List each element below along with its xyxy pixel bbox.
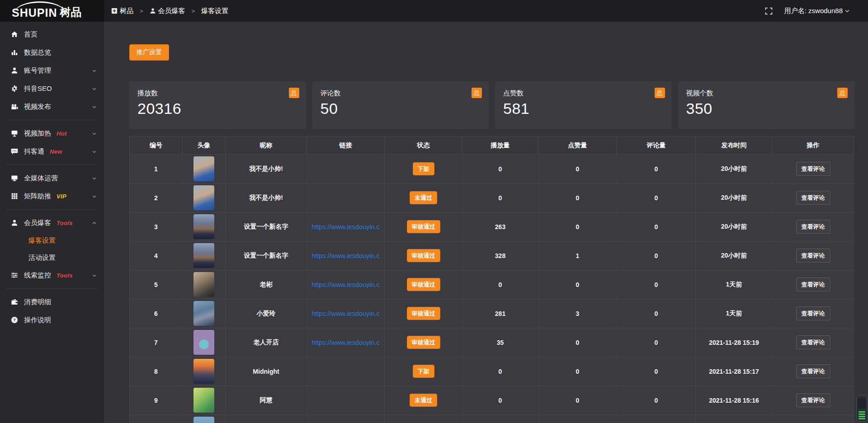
sidebar-item-label: 首页 bbox=[24, 30, 38, 39]
cell-nickname: 老人开店 bbox=[226, 328, 307, 357]
video-link[interactable]: https://www.iesdouyin.c bbox=[311, 252, 380, 259]
breadcrumb-item-member[interactable]: 会员爆客 bbox=[150, 7, 185, 15]
battery-bars-icon bbox=[858, 410, 866, 419]
cell-id: 4 bbox=[130, 241, 183, 270]
video-link[interactable]: https://www.iesdouyin.c bbox=[311, 310, 380, 317]
table-row: 6 小爱玲 https://www.iesdouyin.c 审核通过 281 3… bbox=[130, 299, 854, 328]
video-link[interactable]: https://www.iesdouyin.c bbox=[311, 281, 380, 288]
user-icon bbox=[150, 8, 156, 14]
cell-likes: 0 bbox=[538, 212, 617, 241]
stat-cards: 播放数 20316 总 评论数 50 总 点赞数 581 总 视频个数 350 … bbox=[129, 81, 854, 129]
sidebar-item-account-management[interactable]: 账号管理 bbox=[0, 61, 104, 80]
sidebar-item-label: 视频加热 bbox=[24, 129, 51, 138]
video-link[interactable]: https://www.iesdouyin.c bbox=[311, 223, 380, 230]
cell-nickname: 我不是小帅! bbox=[226, 183, 307, 212]
sidebar-divider bbox=[6, 164, 98, 165]
status-badge: 下架 bbox=[413, 365, 434, 378]
view-comments-button[interactable]: 查看评论 bbox=[796, 162, 830, 176]
table-header-row: 编号 头像 昵称 链接 状态 播放量 点赞量 评论量 发布时间 操作 bbox=[130, 137, 854, 155]
sidebar-item-label: 抖音SEO bbox=[24, 85, 52, 93]
cell-comments: 0 bbox=[617, 241, 696, 270]
chevron-down-icon bbox=[92, 149, 97, 154]
col-header-status: 状态 bbox=[385, 137, 462, 155]
cell-id: 6 bbox=[130, 299, 183, 328]
topbar-right: 用户名: zswodun88 bbox=[765, 7, 868, 15]
chevron-down-icon bbox=[92, 273, 97, 278]
sidebar-item-clue-monitor[interactable]: 线索监控 Tools bbox=[0, 266, 104, 284]
cell-plays: 0 bbox=[462, 270, 538, 299]
cell-time: 20小时前 bbox=[696, 212, 773, 241]
avatar-image bbox=[193, 301, 214, 326]
sidebar-item-video-publish[interactable]: 视频发布 bbox=[0, 98, 104, 116]
stat-card-plays: 播放数 20316 总 bbox=[129, 81, 306, 129]
col-header-likes: 点赞量 bbox=[538, 137, 617, 155]
status-badge: 未通过 bbox=[410, 191, 437, 204]
hot-badge: Hot bbox=[57, 130, 67, 137]
breadcrumb-item-home[interactable]: 树品 bbox=[111, 7, 133, 15]
sidebar-item-home[interactable]: 首页 bbox=[0, 25, 104, 43]
cell-plays: 281 bbox=[462, 299, 538, 328]
cell-time: 20小时前 bbox=[696, 183, 773, 212]
sidebar-subitem-activity-settings[interactable]: 活动设置 bbox=[0, 249, 104, 266]
cell-link bbox=[307, 386, 385, 415]
sidebar-item-matrix-boost[interactable]: 矩阵助推 VIP bbox=[0, 187, 104, 205]
sidebar-divider bbox=[6, 209, 98, 210]
view-comments-button[interactable]: 查看评论 bbox=[796, 306, 830, 320]
col-header-avatar: 头像 bbox=[183, 137, 226, 155]
view-comments-button[interactable]: 查看评论 bbox=[796, 249, 830, 263]
cell-link bbox=[307, 357, 385, 386]
stat-card-videos: 视频个数 350 总 bbox=[678, 81, 855, 129]
cell-plays: 0 bbox=[462, 155, 538, 183]
view-comments-button[interactable]: 查看评论 bbox=[796, 191, 830, 205]
logo-arc bbox=[14, 1, 65, 13]
cell-comments: 0 bbox=[617, 183, 696, 212]
col-header-time: 发布时间 bbox=[696, 137, 773, 155]
view-comments-button[interactable]: 查看评论 bbox=[796, 364, 830, 378]
view-comments-button[interactable]: 查看评论 bbox=[796, 277, 830, 291]
sidebar-item-video-heat[interactable]: 视频加热 Hot bbox=[0, 124, 104, 142]
status-badge: 审核通过 bbox=[407, 278, 440, 291]
sidebar-item-douketong[interactable]: 抖客通 New bbox=[0, 142, 104, 160]
main-content: 推广设置 播放数 20316 总 评论数 50 总 点赞数 581 总 视频个数… bbox=[104, 22, 868, 423]
view-comments-button[interactable]: 查看评论 bbox=[796, 393, 830, 407]
sidebar-item-label: 数据总览 bbox=[24, 48, 51, 57]
cell-nickname bbox=[226, 415, 307, 423]
sidebar-item-data-overview[interactable]: 数据总览 bbox=[0, 43, 104, 61]
sidebar-item-member-baoke[interactable]: 会员爆客 Tools bbox=[0, 214, 104, 232]
avatar-image bbox=[193, 359, 214, 384]
avatar-image bbox=[193, 185, 214, 210]
chevron-down-icon bbox=[92, 194, 97, 199]
chevron-up-icon bbox=[92, 221, 97, 226]
cell-time: 2021-11-28 15:17 bbox=[696, 357, 773, 386]
sidebar-item-consumption-details[interactable]: 消费明细 bbox=[0, 293, 104, 311]
status-badge: 审核通过 bbox=[407, 336, 440, 349]
sidebar-divider bbox=[6, 120, 98, 120]
table-row-partial bbox=[130, 415, 854, 423]
battery-widget[interactable] bbox=[856, 395, 868, 422]
cell-id: 1 bbox=[130, 155, 183, 183]
status-badge: 下架 bbox=[413, 162, 434, 175]
view-comments-button[interactable]: 查看评论 bbox=[796, 220, 830, 234]
stat-value: 50 bbox=[321, 100, 481, 118]
sidebar-subitem-baoke-settings[interactable]: 爆客设置 bbox=[0, 232, 104, 249]
cell-comments: 0 bbox=[617, 328, 696, 357]
chevron-down-icon bbox=[92, 176, 97, 181]
cell-time: 2021-11-28 15:19 bbox=[696, 328, 773, 357]
sidebar-divider bbox=[6, 288, 98, 289]
cell-plays: 263 bbox=[462, 212, 538, 241]
cell-plays bbox=[462, 415, 538, 423]
cell-likes: 1 bbox=[538, 241, 617, 270]
video-link[interactable]: https://www.iesdouyin.c bbox=[311, 339, 380, 346]
sidebar-item-instructions[interactable]: ? 操作说明 bbox=[0, 311, 104, 329]
user-menu[interactable]: 用户名: zswodun88 bbox=[784, 7, 850, 15]
view-comments-button[interactable]: 查看评论 bbox=[796, 335, 830, 349]
fullscreen-icon[interactable] bbox=[765, 7, 773, 15]
promotion-settings-button[interactable]: 推广设置 bbox=[129, 44, 169, 61]
sidebar-item-label: 会员爆客 bbox=[24, 219, 51, 227]
col-header-comments: 评论量 bbox=[617, 137, 696, 155]
cell-time: 1天前 bbox=[696, 270, 773, 299]
cell-likes: 3 bbox=[538, 299, 617, 328]
sidebar-item-douyin-seo[interactable]: 抖音SEO bbox=[0, 80, 104, 98]
sidebar-item-all-media[interactable]: 全媒体运营 bbox=[0, 169, 104, 187]
stat-label: 评论数 bbox=[321, 89, 481, 98]
